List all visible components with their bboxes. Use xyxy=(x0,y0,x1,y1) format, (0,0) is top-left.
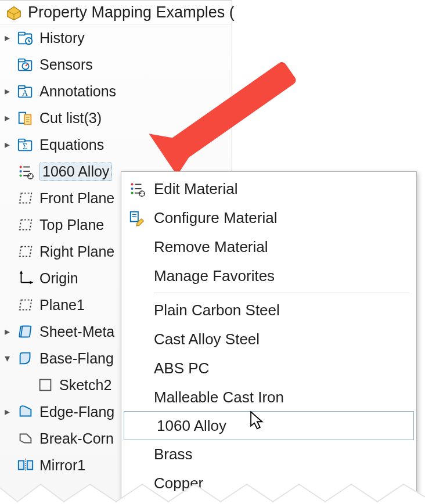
menu-item-label: Copper xyxy=(154,474,203,492)
svg-rect-32 xyxy=(21,326,31,337)
menu-item-label: Brass xyxy=(154,445,192,463)
blank-icon xyxy=(127,387,147,407)
sketch-icon xyxy=(36,376,55,394)
menu-item[interactable]: Configure Material xyxy=(121,203,416,232)
tree-node-label: Cut list(3) xyxy=(39,110,102,127)
svg-marker-30 xyxy=(30,281,34,285)
material-context-menu: Edit Material Configure MaterialRemove M… xyxy=(121,171,417,503)
configure-icon xyxy=(127,208,147,228)
blank-icon xyxy=(127,473,147,493)
blank-icon xyxy=(127,358,147,378)
sensors-icon xyxy=(16,55,35,74)
plane-icon xyxy=(16,242,35,261)
menu-item[interactable]: Edit Material xyxy=(121,174,416,203)
menu-separator xyxy=(154,293,409,293)
tree-node-label: Mirror1 xyxy=(39,457,85,474)
blank-icon xyxy=(127,444,147,464)
blank-icon xyxy=(127,237,147,257)
collapse-icon[interactable]: ▾ xyxy=(2,352,12,365)
menu-item-label: ABS PC xyxy=(154,359,209,377)
folder-history-icon xyxy=(16,28,35,47)
menu-item-material[interactable]: Malleable Cast Iron xyxy=(121,383,416,412)
blank-icon xyxy=(127,329,147,349)
tree-node-label: Top Plane xyxy=(39,217,104,233)
expand-icon[interactable]: ▸ xyxy=(2,111,12,124)
equations-icon: Σ xyxy=(16,135,35,154)
tree-node-label: 1060 Alloy xyxy=(39,163,112,181)
blank-icon xyxy=(127,300,147,320)
expand-icon[interactable]: ▸ xyxy=(2,85,12,98)
svg-point-37 xyxy=(131,183,134,185)
baseflange-icon xyxy=(16,349,35,368)
tree-node-label: Sketch2 xyxy=(59,377,111,394)
menu-item-material[interactable]: Cast Alloy Steel xyxy=(121,325,416,354)
menu-item-label: Cast Alloy Steel xyxy=(154,330,260,348)
blank-icon xyxy=(127,266,147,286)
edgeflange-icon xyxy=(16,402,35,421)
svg-text:A: A xyxy=(22,88,28,98)
tree-node-label: Break-Corn xyxy=(39,430,114,447)
plane-icon xyxy=(16,215,35,234)
svg-rect-33 xyxy=(40,380,51,391)
svg-point-21 xyxy=(20,170,22,172)
menu-item-label: Configure Material xyxy=(154,209,277,227)
svg-text:Σ: Σ xyxy=(23,142,27,151)
menu-item-material[interactable]: Brass xyxy=(121,440,416,469)
origin-icon xyxy=(16,269,35,287)
menu-item-material[interactable]: Copper xyxy=(121,469,416,498)
plane-icon xyxy=(16,189,35,207)
tree-node-label: Sensors xyxy=(39,56,93,73)
svg-rect-6 xyxy=(19,59,25,62)
menu-item-label: 1060 Alloy xyxy=(157,417,226,435)
tree-node-label: Right Plane xyxy=(39,243,114,260)
material-icon xyxy=(16,162,35,181)
tree-node[interactable]: Sensors xyxy=(0,51,232,78)
svg-rect-3 xyxy=(19,33,25,35)
svg-point-39 xyxy=(131,192,134,194)
breakcorner-icon xyxy=(16,429,35,448)
blank-icon xyxy=(130,416,150,435)
svg-point-38 xyxy=(131,188,134,190)
tree-node-label: Plane1 xyxy=(39,297,85,314)
expand-icon[interactable]: ▸ xyxy=(2,405,12,418)
tree-node-label: Front Plane xyxy=(39,190,114,207)
menu-item-material[interactable]: Plain Carbon Steel xyxy=(121,296,416,325)
annotations-icon: A xyxy=(16,82,35,100)
expand-icon[interactable]: ▸ xyxy=(2,325,12,338)
menu-item[interactable]: Manage Favorites xyxy=(121,261,416,290)
svg-rect-34 xyxy=(19,461,24,470)
tree-node-label: Sheet-Meta xyxy=(39,323,114,340)
tree-node-label: Origin xyxy=(39,270,78,287)
cutlist-icon xyxy=(16,109,35,127)
mirror-icon xyxy=(16,456,35,474)
menu-item-label: Edit Material xyxy=(154,180,238,198)
menu-item-material[interactable]: 1060 Alloy xyxy=(124,411,414,440)
svg-point-20 xyxy=(20,165,22,168)
material-icon xyxy=(127,179,147,199)
menu-item-material[interactable]: ABS PC xyxy=(121,354,416,383)
tree-node-label: History xyxy=(39,30,85,46)
feature-tree-header[interactable]: Property Mapping Examples ( xyxy=(0,1,232,24)
menu-item-label: Manage Favorites xyxy=(154,267,275,285)
tree-node-label: Edge-Flang xyxy=(39,404,114,420)
feature-tree-title: Property Mapping Examples ( xyxy=(28,3,235,21)
menu-item-label: Remove Material xyxy=(154,238,268,256)
tree-node-label: Equations xyxy=(39,136,104,153)
tree-node[interactable]: ▸AAnnotations xyxy=(0,78,232,105)
tree-node-label: Annotations xyxy=(39,83,116,100)
svg-marker-29 xyxy=(20,271,23,274)
expand-icon[interactable]: ▸ xyxy=(2,31,12,44)
svg-rect-35 xyxy=(27,461,33,470)
menu-item[interactable]: Remove Material xyxy=(121,232,416,261)
menu-item-label: Malleable Cast Iron xyxy=(154,388,284,406)
menu-item-label: Plain Carbon Steel xyxy=(154,301,280,319)
plane-icon xyxy=(16,296,35,314)
tree-node-label: Base-Flang xyxy=(39,350,114,367)
svg-point-22 xyxy=(20,174,22,177)
expand-icon[interactable]: ▸ xyxy=(2,138,12,151)
sheetmetal-icon xyxy=(16,322,35,341)
part-icon xyxy=(5,3,23,21)
tree-node[interactable]: ▸History xyxy=(0,24,232,51)
